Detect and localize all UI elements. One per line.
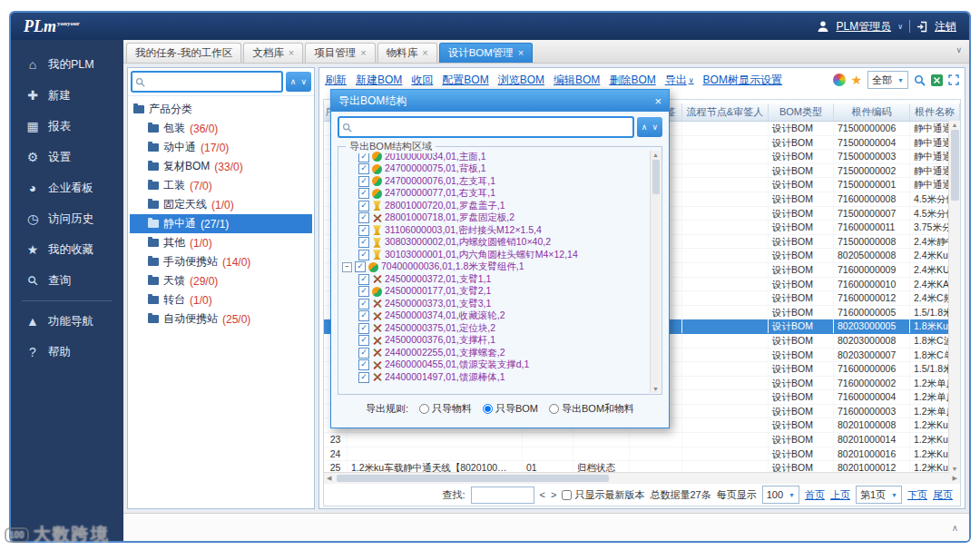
close-icon[interactable]: × bbox=[654, 95, 662, 107]
sidebar-item-settings[interactable]: ⚙ 设置 bbox=[11, 142, 123, 172]
tree-item[interactable]: 复材BOM(33/0) bbox=[130, 157, 312, 176]
bom-structure-item[interactable]: ✓ 24500000375,01,定位块,2 bbox=[340, 322, 650, 335]
item-checkbox[interactable]: ✓ bbox=[358, 323, 369, 334]
dialog-scrollbar[interactable]: ▲ ▼ bbox=[650, 151, 661, 393]
scope-filter-select[interactable]: 全部▼ bbox=[867, 71, 908, 89]
tab[interactable]: 物料库 × bbox=[377, 43, 437, 63]
export-rule-option[interactable]: 导出BOM和物料 bbox=[549, 402, 634, 416]
toolbar-link[interactable]: 新建BOM bbox=[356, 73, 402, 88]
tree-root[interactable]: 产品分类 bbox=[130, 100, 312, 119]
bom-structure-item[interactable]: ✓ 28001000718,01,罗盘固定板,2 bbox=[340, 212, 650, 225]
export-rule-radio[interactable] bbox=[483, 404, 493, 414]
latest-only-option[interactable]: 只显示最新版本 bbox=[562, 488, 644, 502]
item-checkbox[interactable]: ✓ bbox=[358, 163, 369, 174]
find-next-button[interactable]: > bbox=[551, 489, 556, 500]
sidebar-item-favorites[interactable]: ★ 我的收藏 bbox=[11, 234, 123, 265]
scroll-left-icon[interactable]: ◀ bbox=[327, 475, 331, 482]
item-checkbox[interactable]: ✓ bbox=[358, 212, 369, 223]
item-checkbox[interactable]: ✓ bbox=[355, 261, 366, 272]
dialog-search-input[interactable] bbox=[355, 120, 630, 134]
tree-item[interactable]: 转台(1/0) bbox=[130, 290, 312, 309]
logout-icon[interactable] bbox=[916, 21, 928, 33]
bom-structure-item[interactable]: ✓ 24400001497,01,馈源棒体,1 bbox=[340, 371, 650, 384]
horizontal-scrollbar[interactable]: ◀ ▶ bbox=[324, 472, 960, 484]
item-checkbox[interactable]: ✓ bbox=[358, 372, 369, 383]
search-icon[interactable] bbox=[914, 74, 926, 86]
table-row[interactable]: 23 设计BOM 80201000014 1.2米Ku单 bbox=[324, 433, 960, 447]
bom-structure-item[interactable]: ✓ 24400002255,01,支撑螺套,2 bbox=[340, 347, 650, 359]
bom-structure-item[interactable]: ✓ 24500000372,01,支臂1,1 bbox=[340, 273, 650, 286]
tree-item[interactable]: 动中通(17/0) bbox=[130, 138, 312, 157]
export-excel-icon[interactable] bbox=[931, 74, 943, 86]
dialog-header[interactable]: 导出BOM结构 × bbox=[331, 90, 669, 112]
bom-structure-item[interactable]: − ✓ 70400000036,01,1.8米支臂组件,1 bbox=[340, 261, 650, 274]
search-next-icon[interactable]: ∨ bbox=[300, 77, 307, 86]
dialog-search-box[interactable] bbox=[338, 116, 634, 138]
toolbar-link[interactable]: 编辑BOM bbox=[554, 73, 600, 88]
search-prev-icon[interactable]: ∧ bbox=[642, 123, 648, 132]
next-page-link[interactable]: 下页 bbox=[907, 488, 927, 502]
tree-item[interactable]: 包装(36/0) bbox=[130, 119, 312, 138]
item-checkbox[interactable]: ✓ bbox=[358, 250, 369, 260]
expand-icon[interactable] bbox=[948, 74, 959, 85]
find-prev-button[interactable]: < bbox=[540, 489, 545, 500]
item-checkbox[interactable]: ✓ bbox=[358, 359, 369, 370]
tree-item[interactable]: 天馈(29/0) bbox=[130, 271, 312, 290]
close-icon[interactable]: × bbox=[360, 48, 366, 58]
bom-structure-item[interactable]: ✓ 24700000075,01,背板,1 bbox=[340, 163, 650, 176]
search-next-icon[interactable]: ∨ bbox=[652, 123, 658, 132]
tree-search-box[interactable] bbox=[131, 71, 283, 93]
sidebar-item-new[interactable]: ✚ 新建 bbox=[11, 80, 123, 111]
hscroll-thumb[interactable] bbox=[337, 475, 609, 482]
item-checkbox[interactable]: ✓ bbox=[358, 225, 369, 236]
per-page-select[interactable]: 100▼ bbox=[762, 486, 799, 504]
table-row[interactable]: 24 设计BOM 80201000016 1.2米Ku车 bbox=[324, 447, 960, 462]
bom-structure-item[interactable]: ✓ 24500000374,01,收藏滚轮,2 bbox=[340, 310, 650, 323]
tab[interactable]: 我的任务-我的工作区 bbox=[126, 43, 241, 63]
export-rule-radio[interactable] bbox=[419, 404, 429, 414]
sidebar-item-help[interactable]: ? 帮助 bbox=[11, 337, 123, 368]
sidebar-item-search[interactable]: ⚲ 查询 bbox=[11, 265, 123, 296]
find-input[interactable] bbox=[471, 486, 534, 504]
bom-structure-item[interactable]: ✓ 24700000077,01,右支耳,1 bbox=[340, 188, 650, 201]
scroll-down-icon[interactable]: ▼ bbox=[652, 386, 659, 392]
color-ball-icon[interactable] bbox=[833, 74, 846, 86]
close-icon[interactable]: × bbox=[422, 48, 427, 58]
item-checkbox[interactable]: ✓ bbox=[358, 274, 369, 285]
item-checkbox[interactable]: ✓ bbox=[358, 176, 369, 187]
export-rule-option[interactable]: 只导BOM bbox=[483, 402, 538, 416]
tree-item[interactable]: 工装(7/0) bbox=[130, 176, 312, 195]
tree-item[interactable]: 手动便携站(14/0) bbox=[130, 252, 312, 271]
tree-item[interactable]: 其他(1/0) bbox=[130, 233, 312, 252]
prev-page-link[interactable]: 上页 bbox=[830, 488, 850, 502]
scroll-right-icon[interactable]: ▶ bbox=[953, 475, 957, 482]
vertical-scrollbar[interactable]: ▲ ▼ bbox=[948, 121, 960, 473]
item-checkbox[interactable]: ✓ bbox=[358, 310, 369, 321]
dialog-scroll-thumb[interactable] bbox=[652, 160, 660, 194]
tree-search-input[interactable] bbox=[148, 74, 279, 89]
close-icon[interactable]: × bbox=[289, 48, 294, 58]
user-caret-icon[interactable]: ∨ bbox=[897, 23, 903, 31]
table-row[interactable]: 25 1.2米ku车载静中通天线【8020100… 01 归档状态 设计BOM … bbox=[324, 461, 960, 472]
sidebar-item-nav[interactable]: ▲ 功能导航 bbox=[11, 306, 123, 337]
tree-item[interactable]: 固定天线(1/0) bbox=[130, 195, 312, 214]
export-rule-option[interactable]: 只导物料 bbox=[419, 402, 472, 416]
item-checkbox[interactable]: ✓ bbox=[358, 286, 369, 297]
first-page-link[interactable]: 首页 bbox=[805, 488, 825, 502]
sidebar-item-report[interactable]: ▦ 报表 bbox=[11, 111, 123, 142]
logout-link[interactable]: 注销 bbox=[935, 19, 956, 34]
item-checkbox[interactable]: ✓ bbox=[358, 201, 369, 211]
toolbar-link[interactable]: 删除BOM bbox=[609, 73, 655, 88]
sidebar-item-home[interactable]: ⌂ 我的PLM bbox=[11, 49, 123, 80]
tab[interactable]: 设计BOM管理 × bbox=[439, 43, 534, 63]
sidebar-item-history[interactable]: ◷ 访问历史 bbox=[11, 203, 123, 234]
tree-search-nav[interactable]: ∧ ∨ bbox=[286, 72, 311, 92]
toolbar-link[interactable]: 浏览BOM bbox=[498, 73, 544, 88]
page-select[interactable]: 第1页▼ bbox=[856, 486, 902, 504]
vscroll-thumb[interactable] bbox=[951, 130, 959, 201]
bom-structure-item[interactable]: ✓ 28001000720,01,罗盘盖子,1 bbox=[340, 200, 650, 212]
bom-structure-item[interactable]: ✓ 30803000002,01,内螺纹圆锥销10×40,2 bbox=[340, 237, 650, 250]
tab[interactable]: 项目管理 × bbox=[305, 43, 375, 63]
bom-structure-item[interactable]: ✓ 30103000001,01,内六角圆柱头螺钉M4×12,14 bbox=[340, 249, 650, 261]
item-checkbox[interactable]: ✓ bbox=[358, 188, 369, 199]
